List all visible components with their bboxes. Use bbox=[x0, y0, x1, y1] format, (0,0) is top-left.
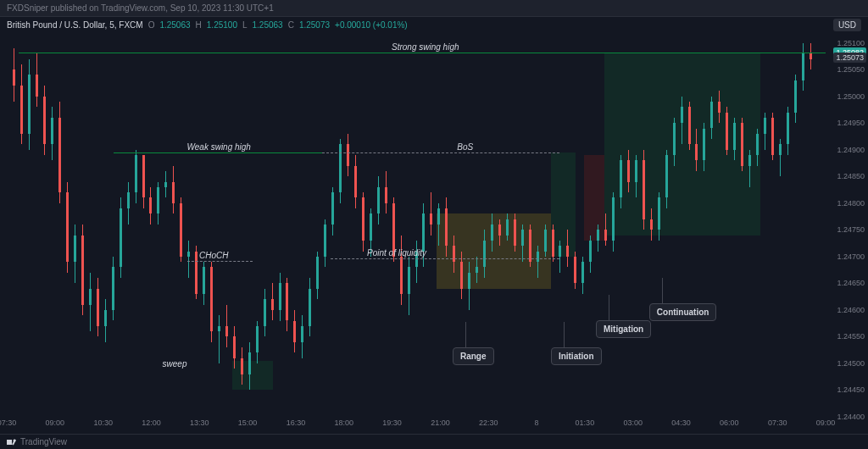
callout-line bbox=[662, 278, 663, 303]
label-bos: BoS bbox=[457, 142, 473, 152]
callout-line bbox=[465, 322, 466, 347]
callout-line bbox=[564, 322, 565, 347]
label-point_of_liquidity: Point of liquidity bbox=[367, 248, 426, 258]
price-tick: 1.25000 bbox=[837, 92, 865, 101]
ohlc-l-label: L bbox=[242, 20, 248, 30]
zone-sweep_zone bbox=[232, 361, 273, 391]
time-tick: 12:00 bbox=[142, 419, 161, 427]
callout-initiation[interactable]: Initiation bbox=[551, 347, 602, 365]
price-tick: 1.24550 bbox=[837, 332, 865, 341]
footer-bar: TradingView bbox=[0, 434, 868, 449]
callout-mitigation[interactable]: Mitigation bbox=[596, 320, 651, 338]
ohlc-o-label: O bbox=[148, 20, 155, 30]
svg-rect-0 bbox=[7, 440, 12, 445]
callout-continuation[interactable]: Continuation bbox=[649, 303, 717, 321]
line-point_of_liquidity bbox=[331, 258, 559, 259]
chart-canvas[interactable]: Strong swing highWeak swing highCHoCHPoi… bbox=[7, 32, 826, 417]
label-sweep: sweep bbox=[163, 359, 187, 369]
time-tick: 06:00 bbox=[720, 419, 739, 427]
line-bos bbox=[322, 152, 559, 153]
publish-text: FXDSniper published on TradingView.com, … bbox=[7, 3, 274, 13]
ohlc-c: 1.25073 bbox=[299, 20, 330, 30]
zone-initiation_zone bbox=[551, 152, 576, 257]
symbol-info-bar: British Pound / U.S. Dollar, 5, FXCM O 1… bbox=[0, 17, 868, 32]
label-weak_swing_high: Weak swing high bbox=[187, 142, 251, 152]
price-tick: 1.24750 bbox=[837, 225, 865, 234]
time-tick: 07:30 bbox=[0, 419, 16, 427]
price-tick: 1.24600 bbox=[837, 306, 865, 314]
time-tick: 07:30 bbox=[768, 419, 787, 427]
label-strong_swing_high: Strong swing high bbox=[392, 42, 459, 52]
price-tick: 1.25100 bbox=[837, 39, 865, 47]
price-tick: 1.24700 bbox=[837, 252, 865, 261]
tradingview-logo-icon bbox=[7, 437, 17, 447]
time-tick: 22:30 bbox=[479, 419, 498, 427]
callout-line bbox=[609, 295, 609, 320]
time-tick: 09:00 bbox=[46, 419, 65, 427]
callout-range[interactable]: Range bbox=[453, 347, 494, 365]
time-tick: 19:30 bbox=[382, 419, 402, 427]
ohlc-o: 1.25063 bbox=[159, 20, 190, 30]
ohlc-l: 1.25063 bbox=[253, 20, 283, 30]
zone-continuation_zone bbox=[604, 53, 760, 236]
publish-header: FXDSniper published on TradingView.com, … bbox=[0, 0, 868, 17]
price-tick: 1.24800 bbox=[837, 199, 865, 208]
time-tick: 01:30 bbox=[576, 419, 595, 427]
time-axis[interactable]: 07:3009:0010:3012:0013:3015:0016:3018:00… bbox=[7, 417, 826, 434]
price-tick: 1.24950 bbox=[837, 119, 865, 127]
price-label_last: 1.25073 bbox=[833, 53, 866, 63]
time-tick: 16:30 bbox=[287, 419, 306, 427]
line-strong_swing_high bbox=[19, 53, 826, 53]
time-tick: 03:00 bbox=[623, 419, 643, 427]
time-tick: 21:00 bbox=[431, 419, 450, 427]
symbol-name[interactable]: British Pound / U.S. Dollar, 5, FXCM bbox=[7, 20, 143, 30]
price-tick: 1.24900 bbox=[837, 146, 865, 154]
price-tick: 1.24450 bbox=[837, 385, 865, 394]
time-tick: 09:00 bbox=[816, 419, 836, 427]
price-tick: 1.25050 bbox=[837, 65, 865, 74]
time-tick: 04:30 bbox=[671, 419, 691, 427]
ohlc-h: 1.25100 bbox=[207, 20, 237, 30]
ohlc-h-label: H bbox=[196, 20, 202, 30]
line-choch bbox=[187, 261, 253, 262]
label-choch: CHoCH bbox=[199, 251, 228, 260]
time-tick: 10:30 bbox=[93, 419, 113, 427]
time-tick: 13:30 bbox=[190, 419, 209, 427]
price-tick: 1.24650 bbox=[837, 279, 865, 287]
ohlc-c-label: C bbox=[288, 20, 294, 30]
price-tick: 1.24850 bbox=[837, 172, 865, 180]
price-tick: 1.24400 bbox=[837, 413, 865, 421]
ohlc-change: +0.00010 (+0.01%) bbox=[335, 20, 408, 30]
price-tick: 1.24500 bbox=[837, 359, 865, 368]
time-tick: 18:00 bbox=[334, 419, 353, 427]
time-tick: 8 bbox=[535, 419, 539, 427]
price-axis[interactable]: 1.251001.250501.250001.249501.249001.248… bbox=[826, 32, 868, 417]
line-weak_swing_high bbox=[114, 152, 322, 153]
footer-brand: TradingView bbox=[20, 437, 67, 446]
time-tick: 15:00 bbox=[238, 419, 258, 427]
zone-mitigation_zone bbox=[584, 155, 604, 241]
currency-badge[interactable]: USD bbox=[833, 19, 861, 31]
